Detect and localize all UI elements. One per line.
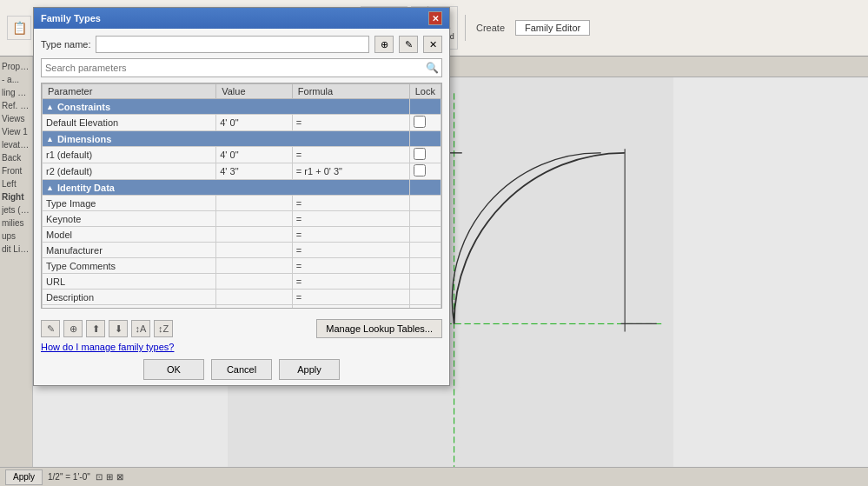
param-up-button[interactable]: ⬆	[86, 320, 105, 337]
lock-checkbox-r1[interactable]	[414, 148, 426, 160]
lock-manufacturer	[409, 243, 441, 258]
type-name-input[interactable]	[96, 36, 369, 53]
sidebar-properties: Prope...	[2, 60, 30, 73]
table-row[interactable]: Keynote =	[43, 211, 441, 227]
value-model[interactable]	[216, 227, 293, 243]
family-editor-indicator: Family Editor	[515, 20, 590, 36]
value-description[interactable]	[216, 290, 293, 305]
type-rename-button[interactable]: ✎	[399, 36, 418, 53]
value-url[interactable]	[216, 274, 293, 290]
formula-manufacturer[interactable]: =	[292, 243, 409, 258]
value-r1[interactable]: 4' 0"	[216, 147, 293, 163]
create-label: Create	[476, 23, 505, 33]
lock-r2[interactable]	[409, 163, 441, 180]
value-type-comments[interactable]	[216, 258, 293, 274]
lock-url	[409, 274, 441, 290]
type-duplicate-button[interactable]: ⊕	[374, 36, 394, 53]
value-r2[interactable]: 4' 3"	[216, 163, 293, 180]
type-name-row: Type name: ⊕ ✎ ✕	[41, 36, 442, 53]
status-bar: Apply 1/2" = 1'-0" ⊡ ⊞ ⊠	[0, 467, 868, 486]
sidebar-jets: jets (all)	[2, 203, 30, 216]
constraints-lock-col	[409, 99, 441, 115]
param-down-button[interactable]: ⬇	[109, 320, 128, 337]
status-icons: ⊡ ⊞ ⊠	[96, 472, 123, 482]
value-keynote[interactable]	[216, 211, 293, 227]
lock-type-comments	[409, 258, 441, 274]
table-row[interactable]: Description =	[43, 290, 441, 305]
table-row[interactable]: r2 (default) 4' 3" = r1 + 0' 3"	[43, 163, 441, 180]
cancel-button[interactable]: Cancel	[211, 359, 272, 380]
formula-description[interactable]: =	[292, 290, 409, 305]
status-icon-3: ⊠	[116, 472, 123, 482]
lock-keynote	[409, 211, 441, 227]
param-url: URL	[43, 274, 216, 290]
param-model: Model	[43, 227, 216, 243]
sidebar-view1: View 1	[2, 125, 30, 138]
table-row[interactable]: r1 (default) 4' 0" =	[43, 147, 441, 163]
separator-4	[465, 15, 466, 41]
value-assembly-code[interactable]	[216, 305, 293, 310]
parameter-table-container[interactable]: Parameter Value Formula Lock ▲	[41, 83, 442, 309]
dimensions-lock-col	[409, 131, 441, 147]
help-link[interactable]: How do I manage family types?	[41, 342, 174, 352]
value-type-image[interactable]	[216, 196, 293, 211]
apply-status-button[interactable]: Apply	[5, 469, 43, 485]
value-manufacturer[interactable]	[216, 243, 293, 258]
lock-checkbox-r2[interactable]	[414, 164, 426, 176]
value-default-elevation[interactable]: 4' 0"	[216, 115, 293, 131]
type-delete-button[interactable]: ✕	[423, 36, 442, 53]
family-types-dialog[interactable]: Family Types ✕ Type name: ⊕ ✎ ✕ 🔍	[33, 7, 450, 386]
table-row[interactable]: Manufacturer =	[43, 243, 441, 258]
table-row[interactable]: Model =	[43, 227, 441, 243]
table-row[interactable]: Type Comments =	[43, 258, 441, 274]
dimensions-label: Dimensions	[57, 134, 111, 144]
search-icon: 🔍	[426, 62, 439, 74]
new-param-button[interactable]: ⊕	[63, 320, 83, 337]
param-assembly-code: Assembly Code	[43, 305, 216, 310]
formula-default-elevation[interactable]: =	[292, 115, 409, 131]
manage-lookup-button[interactable]: Manage Lookup Tables...	[316, 319, 442, 338]
param-manufacturer: Manufacturer	[43, 243, 216, 258]
lock-r1[interactable]	[409, 147, 441, 163]
sidebar-views: Views	[2, 112, 30, 125]
formula-url[interactable]: =	[292, 274, 409, 290]
dialog-close-button[interactable]: ✕	[428, 11, 442, 25]
param-type-comments: Type Comments	[43, 258, 216, 274]
sidebar-right: Right	[2, 190, 30, 203]
lock-type-image	[409, 196, 441, 211]
table-row[interactable]: Type Image =	[43, 196, 441, 211]
search-box: 🔍	[41, 58, 442, 77]
type-name-label: Type name:	[41, 39, 90, 50]
dialog-title: Family Types	[41, 13, 101, 23]
sort-az-button[interactable]: ↕A	[131, 320, 150, 337]
formula-type-comments[interactable]: =	[292, 258, 409, 274]
search-input[interactable]	[41, 58, 442, 77]
param-r2: r2 (default)	[43, 163, 216, 180]
lock-checkbox-default-elevation[interactable]	[414, 116, 426, 128]
table-row[interactable]: Default Elevation 4' 0" =	[43, 115, 441, 131]
identity-data-label: Identity Data	[57, 183, 115, 193]
param-default-elevation: Default Elevation	[43, 115, 216, 131]
apply-button[interactable]: Apply	[279, 359, 340, 380]
constraints-collapse-icon[interactable]: ▲	[46, 103, 54, 111]
dialog-footer: ✎ ⊕ ⬆ ⬇ ↕A ↕Z Manage Lookup Tables... Ho…	[34, 316, 449, 385]
formula-model[interactable]: =	[292, 227, 409, 243]
table-row[interactable]: Assembly Code =	[43, 305, 441, 310]
paste-button[interactable]: 📋	[7, 16, 31, 40]
ok-button[interactable]: OK	[143, 359, 204, 380]
formula-r2[interactable]: = r1 + 0' 3"	[292, 163, 409, 180]
formula-r1[interactable]: =	[292, 147, 409, 163]
edit-param-button[interactable]: ✎	[41, 320, 60, 337]
identity-data-collapse-icon[interactable]: ▲	[46, 183, 54, 192]
formula-type-image[interactable]: =	[292, 196, 409, 211]
sort-za-button[interactable]: ↕Z	[154, 320, 173, 337]
formula-keynote[interactable]: =	[292, 211, 409, 227]
lock-default-elevation[interactable]	[409, 115, 441, 131]
col-parameter: Parameter	[43, 84, 216, 99]
family-editor-label: Family Editor	[525, 23, 580, 33]
formula-assembly-code[interactable]: =	[292, 305, 409, 310]
footer-toolbar: ✎ ⊕ ⬆ ⬇ ↕A ↕Z Manage Lookup Tables...	[41, 319, 442, 338]
dimensions-collapse-icon[interactable]: ▲	[46, 135, 54, 143]
footer-ok-row: OK Cancel Apply	[41, 359, 442, 380]
table-row[interactable]: URL =	[43, 274, 441, 290]
